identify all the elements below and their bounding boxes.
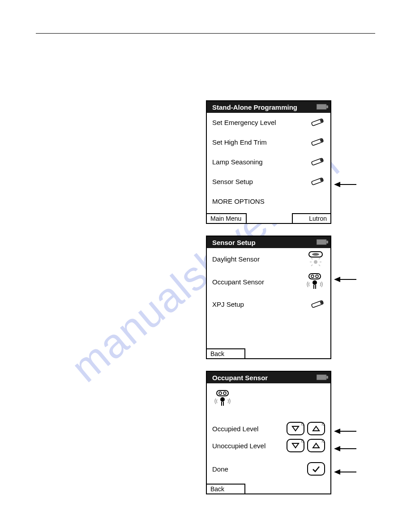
svg-rect-1: [326, 106, 328, 108]
svg-point-23: [316, 275, 318, 278]
svg-point-31: [223, 392, 226, 395]
screen1-title: Stand-Alone Programming: [212, 103, 297, 111]
up-triangle-icon: [312, 442, 320, 449]
svg-rect-21: [309, 274, 321, 279]
svg-marker-35: [292, 443, 299, 448]
occupancy-sensor-icon: [212, 390, 330, 409]
svg-marker-33: [292, 426, 299, 431]
done-row: Done: [207, 460, 330, 477]
row-label: Set Emergency Level: [212, 119, 309, 126]
sensor-setup-screen: Sensor Setup Daylight Sensor: [206, 236, 331, 359]
occupied-level-down-button[interactable]: [287, 422, 304, 435]
svg-line-20: [319, 265, 320, 266]
battery-icon: [317, 239, 328, 246]
svg-marker-40: [334, 277, 340, 282]
svg-marker-46: [334, 469, 340, 475]
ir-emitter-icon: [309, 157, 325, 166]
row-label: Sensor Setup: [212, 178, 309, 185]
svg-point-32: [220, 397, 225, 402]
ir-emitter-icon: [309, 300, 325, 309]
svg-point-22: [311, 275, 314, 278]
svg-line-18: [319, 258, 320, 259]
unoccupied-level-down-button[interactable]: [287, 439, 304, 452]
done-button[interactable]: [307, 462, 325, 476]
svg-line-19: [311, 265, 313, 266]
screen2-titlebar: Sensor Setup: [207, 236, 330, 248]
row-label: Occupant Sensor: [212, 278, 304, 286]
row-label: Lamp Seasoning: [212, 158, 309, 166]
row-label: XPJ Setup: [212, 300, 309, 308]
pointer-arrow-icon: [334, 180, 356, 189]
svg-point-13: [312, 253, 319, 256]
unoccupied-level-row: Unoccupied Level: [207, 437, 330, 454]
pointer-arrow-icon: [334, 427, 356, 436]
more-options-row[interactable]: MORE OPTIONS: [207, 192, 330, 211]
daylight-sensor-row[interactable]: Daylight Sensor: [207, 248, 330, 270]
down-triangle-icon: [291, 442, 300, 449]
lamp-seasoning-row[interactable]: Lamp Seasoning: [207, 152, 330, 172]
svg-line-17: [311, 258, 313, 259]
svg-marker-34: [313, 426, 319, 431]
down-triangle-icon: [291, 425, 300, 432]
row-label: MORE OPTIONS: [212, 197, 325, 205]
svg-rect-28: [326, 376, 328, 379]
svg-rect-0: [317, 104, 326, 110]
svg-rect-27: [317, 375, 326, 380]
occupancy-sensor-icon: [304, 273, 325, 291]
pointer-arrow-icon: [334, 444, 356, 453]
svg-marker-42: [334, 429, 340, 434]
row-label: Set High End Trim: [212, 138, 309, 146]
svg-rect-29: [217, 390, 228, 396]
check-icon: [312, 465, 321, 472]
pointer-arrow-icon: [334, 468, 356, 476]
lutron-button[interactable]: Lutron: [292, 213, 330, 223]
main-menu-button[interactable]: Main Menu: [207, 213, 247, 223]
set-high-end-trim-row[interactable]: Set High End Trim: [207, 133, 330, 152]
xpj-setup-row[interactable]: XPJ Setup: [207, 294, 330, 315]
battery-icon: [317, 103, 328, 111]
back-button[interactable]: Back: [207, 348, 245, 358]
screen1-titlebar: Stand-Alone Programming: [207, 101, 330, 113]
pointer-arrow-icon: [334, 275, 356, 284]
occupied-level-label: Occupied Level: [212, 425, 284, 433]
occupant-sensor-screen: Occupant Sensor: [206, 371, 331, 494]
screen3-titlebar: Occupant Sensor: [207, 372, 330, 383]
occupied-level-up-button[interactable]: [307, 422, 325, 435]
screen3-title: Occupant Sensor: [212, 374, 268, 382]
screen2-title: Sensor Setup: [212, 239, 256, 246]
up-triangle-icon: [312, 425, 320, 432]
back-button[interactable]: Back: [207, 484, 245, 493]
svg-rect-10: [317, 240, 326, 245]
svg-point-14: [314, 260, 317, 264]
svg-point-30: [219, 392, 222, 395]
unoccupied-level-up-button[interactable]: [307, 439, 325, 452]
ir-emitter-icon: [309, 118, 325, 127]
svg-marker-36: [313, 443, 319, 448]
sensor-setup-row[interactable]: Sensor Setup: [207, 172, 330, 192]
ir-emitter-icon: [309, 177, 325, 186]
set-emergency-level-row[interactable]: Set Emergency Level: [207, 113, 330, 133]
done-label: Done: [212, 465, 304, 473]
battery-icon: [317, 374, 328, 382]
occupant-sensor-row[interactable]: Occupant Sensor: [207, 270, 330, 294]
svg-marker-44: [334, 446, 340, 451]
svg-rect-11: [326, 241, 328, 244]
ir-emitter-icon: [309, 137, 325, 146]
svg-point-24: [313, 280, 317, 285]
occupied-level-row: Occupied Level: [207, 420, 330, 437]
standalone-programming-screen: Stand-Alone Programming Set Emergency Le…: [206, 100, 331, 224]
daylight-sensor-icon: [306, 251, 325, 267]
svg-marker-38: [334, 182, 340, 187]
row-label: Daylight Sensor: [212, 255, 306, 263]
unoccupied-level-label: Unoccupied Level: [212, 442, 284, 450]
